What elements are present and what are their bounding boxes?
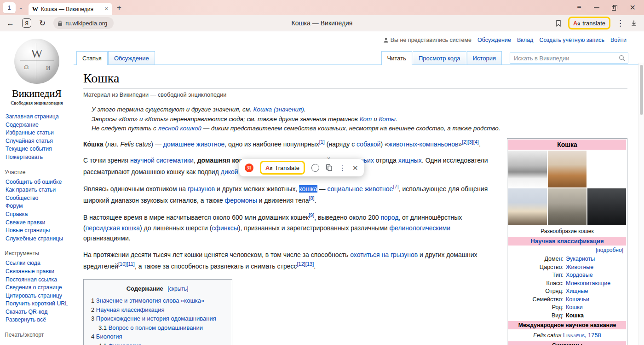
popup-close-icon[interactable]: ✕ bbox=[352, 164, 358, 171]
personal-link[interactable]: Войти bbox=[610, 37, 627, 43]
wikipedia-logo[interactable]: W Ω И ВикипедиЯ Свободная энциклопедия bbox=[0, 39, 74, 105]
page-scrollbar[interactable] bbox=[638, 63, 644, 345]
address-bar[interactable]: ru.wikipedia.org bbox=[53, 17, 114, 29]
popup-more-icon[interactable]: ⋮ bbox=[339, 164, 346, 171]
copy-icon[interactable] bbox=[326, 164, 333, 171]
classification-header-link[interactable]: Научная классификация bbox=[531, 238, 604, 245]
toc-item[interactable]: 2 Научная классификация bbox=[91, 305, 224, 315]
taxonomy-value-link[interactable]: Кошки bbox=[566, 304, 583, 312]
taxonomy-value-link[interactable]: Млекопитающие bbox=[566, 280, 610, 288]
close-window-icon[interactable]: ✕ bbox=[630, 4, 636, 12]
taxonomy-value-link[interactable]: Животные bbox=[566, 263, 593, 272]
inline-link[interactable]: животных-компаньонов bbox=[388, 140, 459, 147]
toc-item[interactable]: 4.1 Физиология bbox=[98, 341, 224, 345]
reference-link[interactable]: [12][13] bbox=[297, 261, 314, 267]
toc-hide-link[interactable]: [скрыть] bbox=[167, 286, 188, 292]
inline-link[interactable]: пород bbox=[381, 214, 399, 221]
view-tab[interactable]: Читать bbox=[381, 51, 412, 64]
sidebar-item[interactable]: Сообщить об ошибке bbox=[6, 178, 71, 187]
view-tab[interactable]: Просмотр кода bbox=[413, 51, 466, 64]
popup-translate-button[interactable]: Aя Translate bbox=[260, 161, 305, 175]
view-tab[interactable]: История bbox=[467, 51, 502, 64]
cat-photo[interactable] bbox=[508, 151, 547, 187]
scrollbar-thumb[interactable] bbox=[640, 65, 643, 115]
taxonomy-value-link[interactable]: Хордовые bbox=[566, 271, 593, 280]
details-link[interactable]: [подробно] bbox=[596, 247, 623, 253]
taxonomy-value-link[interactable]: Кошачьи bbox=[566, 296, 589, 304]
page-tab[interactable]: Обсуждение bbox=[108, 51, 155, 64]
inline-link[interactable]: хищных bbox=[398, 157, 422, 164]
reference-link[interactable]: [7] bbox=[393, 184, 398, 189]
sidebar-item[interactable]: Сведения о странице bbox=[6, 284, 71, 292]
sidebar-item[interactable]: Форум bbox=[6, 202, 71, 211]
sidebar-item[interactable]: Как править статьи bbox=[6, 186, 71, 194]
reference-link[interactable]: [1] bbox=[319, 139, 325, 145]
download-icon[interactable] bbox=[630, 19, 638, 27]
inline-link[interactable]: собакой bbox=[356, 140, 380, 147]
reference-link[interactable]: [8] bbox=[309, 195, 314, 201]
back-icon[interactable]: ← bbox=[6, 19, 14, 27]
sidebar-item[interactable]: Скачать QR-код bbox=[6, 308, 71, 316]
toc-item[interactable]: 3.1 Вопрос о полном одомашнивании bbox=[98, 323, 224, 333]
sidebar-item[interactable]: Развернуть всё bbox=[6, 316, 71, 324]
inline-link[interactable]: Кошка (значения) bbox=[253, 106, 304, 113]
sidebar-item[interactable]: Служебные страницы bbox=[6, 235, 71, 243]
sidebar-item[interactable]: Получить короткий URL bbox=[6, 300, 71, 308]
cat-photo[interactable] bbox=[587, 188, 626, 225]
toc-item[interactable]: 4 Биология bbox=[91, 332, 224, 341]
inline-link[interactable]: феромоны bbox=[225, 196, 257, 204]
tab-list-chevron-icon[interactable]: ⌄ bbox=[17, 5, 24, 11]
restore-window-icon[interactable] bbox=[612, 5, 617, 11]
new-tab-button[interactable]: + bbox=[117, 3, 121, 12]
sidebar-item[interactable]: Случайная статья bbox=[6, 137, 71, 146]
inline-link[interactable]: Коты bbox=[379, 116, 396, 123]
tab-close-icon[interactable]: ✕ bbox=[104, 6, 109, 12]
personal-link[interactable]: Создать учётную запись bbox=[539, 37, 604, 43]
sidebar-item[interactable]: Сообщество bbox=[6, 194, 71, 203]
inline-link[interactable]: сфинксы bbox=[212, 224, 238, 232]
circle-icon[interactable] bbox=[311, 164, 319, 172]
reference-link[interactable]: [2][3][4] bbox=[462, 139, 479, 145]
inline-link[interactable]: социальное животное bbox=[328, 185, 393, 193]
sidebar-item[interactable]: Содержание bbox=[6, 121, 71, 129]
tab-counter-button[interactable]: 1 bbox=[3, 2, 16, 13]
inline-link[interactable]: охотиться на грызунов bbox=[350, 251, 418, 258]
inline-link[interactable]: грызунов bbox=[188, 185, 215, 193]
taxonomy-value-link[interactable]: Эукариоты bbox=[566, 255, 595, 263]
sidebar-item[interactable]: Постоянная ссылка bbox=[6, 276, 71, 284]
page-tab[interactable]: Статья bbox=[76, 51, 108, 64]
reference-link[interactable]: [10][11] bbox=[118, 261, 135, 267]
personal-link[interactable]: Обсуждение bbox=[477, 37, 511, 43]
sidebar-item[interactable]: Цитировать страницу bbox=[6, 292, 71, 300]
browser-tab[interactable]: W Кошка — Википедия ✕ bbox=[29, 3, 112, 15]
sidebar-item[interactable]: Заглавная страница bbox=[6, 113, 71, 121]
sidebar-item[interactable]: Ссылки сюда bbox=[6, 259, 71, 268]
cat-photo[interactable] bbox=[587, 151, 626, 187]
inline-link[interactable]: научной систематики bbox=[130, 157, 194, 164]
sidebar-item[interactable]: Текущие события bbox=[6, 145, 71, 153]
cat-photo[interactable] bbox=[548, 188, 586, 225]
toc-item[interactable]: 1 Значение и этимология слова «кошка» bbox=[91, 296, 224, 305]
reference-link[interactable]: [9] bbox=[309, 212, 314, 218]
cat-photo[interactable] bbox=[548, 151, 586, 187]
taxonomy-value-link[interactable]: Кошка bbox=[566, 312, 584, 320]
inline-link[interactable]: лесной кошкой bbox=[158, 125, 201, 132]
personal-link[interactable]: Вклад bbox=[517, 37, 534, 43]
sidebar-item[interactable]: Связанные правки bbox=[6, 268, 71, 276]
taxonomy-value-link[interactable]: Хищные bbox=[566, 287, 588, 296]
sidebar-item[interactable]: Свежие правки bbox=[6, 219, 71, 227]
minimize-window-icon[interactable] bbox=[594, 7, 599, 8]
sidebar-item[interactable]: Избранные статьи bbox=[6, 129, 71, 137]
toolbar-more-icon[interactable]: ⋮ bbox=[616, 19, 624, 27]
browser-menu-icon[interactable]: ≡ bbox=[577, 4, 581, 12]
search-icon[interactable] bbox=[619, 55, 625, 61]
sidebar-item[interactable]: Пожертвовать bbox=[6, 153, 71, 162]
toc-item[interactable]: 3 Происхождение и история одомашнивания bbox=[91, 314, 224, 323]
reload-icon[interactable]: ↻ bbox=[39, 19, 46, 27]
sidebar-item[interactable]: Справка bbox=[6, 211, 71, 219]
search-input[interactable] bbox=[513, 54, 617, 62]
inline-link[interactable]: домашнее животное bbox=[163, 140, 224, 147]
inline-link[interactable]: персидская кошка bbox=[86, 224, 140, 232]
inline-link[interactable]: фелинологическими bbox=[389, 224, 450, 232]
yandex-logo-icon[interactable]: Я bbox=[245, 164, 253, 172]
